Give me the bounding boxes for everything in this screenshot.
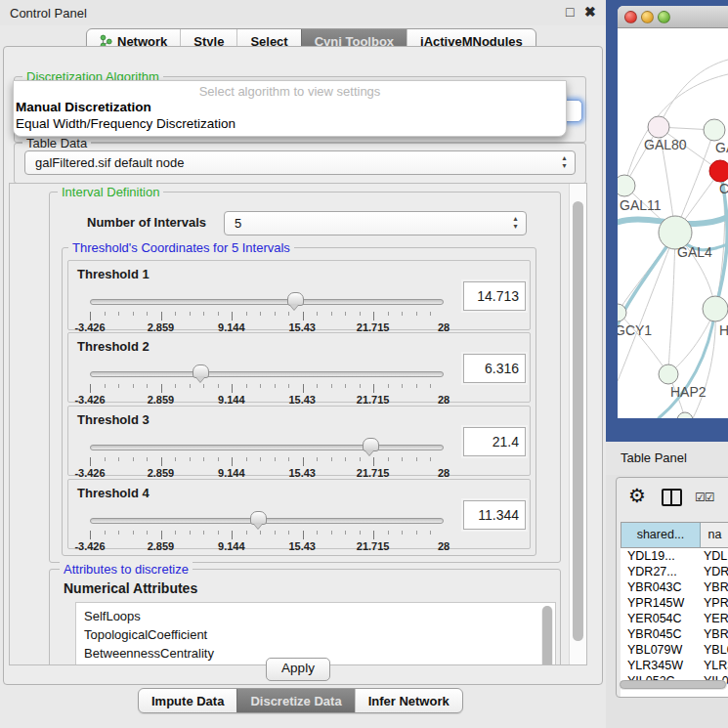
network-window-titlebar[interactable] [618, 6, 728, 28]
slider-thumb[interactable] [363, 438, 379, 451]
node-bottom-partial[interactable] [677, 412, 693, 418]
column-header-name[interactable]: na [701, 523, 728, 547]
table-row[interactable]: YDL19...YDL1 [621, 548, 728, 564]
cyni-toolbox-panel: Discretization Algorithm Select algorith… [3, 46, 603, 685]
list-scrollbar [541, 606, 553, 665]
threshold-1-value-field[interactable]: 14.713 [463, 281, 526, 311]
cell: YBR045C [621, 626, 699, 642]
bottom-tab-bar: Impute Data Discretize Data Infer Networ… [138, 688, 463, 713]
slider-track[interactable] [90, 371, 444, 377]
list-scrollbar-thumb[interactable] [542, 606, 552, 665]
zoom-traffic-light[interactable] [658, 11, 670, 23]
cell: YLR3 [699, 658, 728, 673]
slider-thumb[interactable] [287, 292, 304, 306]
table-row[interactable]: YPR145WYPR1 [621, 595, 728, 611]
table-data-group: Table Data galFiltered.sif default node … [14, 143, 586, 184]
node-right-h[interactable] [703, 296, 728, 321]
table-data-combobox[interactable]: galFiltered.sif default node ▴▾ [24, 150, 576, 175]
threshold-1-slider: -3.426 2.859 9.144 15.43 21.715 28 [90, 291, 444, 328]
node-label-gal80: GAL80 [644, 137, 687, 152]
table-data-value: galFiltered.sif default node [35, 155, 184, 170]
thresholds-group: Threshold's Coordinates for 5 Intervals … [62, 247, 536, 556]
apply-button[interactable]: Apply [266, 658, 330, 681]
node-gal11[interactable] [618, 175, 635, 196]
slider-thumb[interactable] [250, 511, 267, 525]
cell: YBR0 [699, 579, 728, 595]
table-row[interactable]: YBR043CYBR0 [621, 579, 728, 595]
table-panel-header: Table Panel [606, 442, 728, 475]
table-horizontal-scrollbar-thumb[interactable] [620, 680, 726, 689]
popup-option-manual-discretization[interactable]: Manual Discretization [16, 100, 151, 114]
column-header-shared-name[interactable]: shared... [621, 523, 701, 547]
slider-track[interactable] [90, 445, 444, 450]
threshold-2-value-field[interactable]: 6.316 [463, 354, 526, 383]
list-item[interactable]: SelfLoops [76, 603, 555, 625]
network-window-frame: GAL80 GA C GAL11 GAL4 GCY1 H HAP2 [606, 0, 728, 442]
table-row[interactable]: YBR045CYBR0 [621, 626, 728, 642]
minimize-traffic-light[interactable] [641, 11, 654, 23]
slider-thumb[interactable] [193, 364, 209, 378]
interval-definition-group: Interval Definition Number of Intervals … [49, 192, 561, 563]
cell: YDL1 [699, 548, 728, 564]
node-attribute-table: shared... na YDL19...YDL1 YDR27...YDR2 Y… [621, 522, 728, 697]
tick-label: 21.715 [357, 540, 390, 552]
node-gal80-neighbor-pink[interactable] [648, 116, 669, 138]
table-row[interactable]: YER054CYER0 [621, 611, 728, 626]
network-canvas[interactable]: GAL80 GA C GAL11 GAL4 GCY1 H HAP2 [618, 27, 728, 418]
slider-track[interactable] [90, 299, 444, 305]
node-hap2[interactable] [659, 364, 678, 384]
cell: YDR2 [699, 564, 728, 579]
gear-icon[interactable]: ⚙ [628, 484, 646, 507]
slider-ticks [90, 312, 444, 321]
tick-label: 28 [438, 394, 450, 406]
threshold-1-box: Threshold 1 -3.426 2.859 9.144 15.43 21.… [67, 260, 531, 330]
node-label-partial-right-h: H [719, 322, 728, 338]
cell: YBL0 [699, 642, 728, 658]
tick-label: 28 [438, 540, 450, 552]
tick-label: 2.859 [148, 394, 175, 406]
settings-scrollbar-thumb[interactable] [573, 201, 583, 641]
spinner-icon: ▴▾ [511, 215, 520, 231]
table-row[interactable]: YBL079WYBL0 [621, 642, 728, 658]
threshold-4-slider: -3.426 2.859 9.144 15.43 21.715 28 [90, 510, 444, 547]
tick-label: 2.859 [148, 467, 175, 479]
cell: YBR0 [699, 626, 728, 642]
popup-option-equal-width-frequency[interactable]: Equal Width/Frequency Discretization [16, 116, 236, 131]
algorithm-dropdown-popup: Select algorithm to view settings Manual… [13, 80, 567, 137]
threshold-3-value-field[interactable]: 21.4 [463, 427, 526, 456]
tick-label: 2.859 [148, 540, 175, 552]
slider-ticks [90, 457, 444, 466]
node-right-top[interactable] [704, 119, 725, 141]
checkbox-pair-icon[interactable]: ☑☑ [695, 491, 714, 504]
tick-label: -3.426 [74, 467, 105, 479]
node-red-selected[interactable] [709, 160, 728, 182]
threshold-3-label: Threshold 3 [77, 412, 150, 427]
node-label-partial-right-top: GA [715, 140, 728, 155]
table-row[interactable]: YLR345WYLR3 [621, 658, 728, 673]
threshold-3-slider: -3.426 2.859 9.144 15.43 21.715 28 [90, 437, 444, 474]
split-columns-icon[interactable] [662, 489, 682, 506]
node-label-partial-right-mid: C [719, 181, 728, 196]
node-label-gal4: GAL4 [677, 244, 712, 260]
numerical-attributes-label: Numerical Attributes [64, 580, 197, 596]
list-item[interactable]: TopologicalCoefficient [76, 625, 555, 644]
algorithm-combobox[interactable] [565, 100, 582, 122]
tab-discretize-data[interactable]: Discretize Data [236, 689, 354, 712]
interval-definition-title: Interval Definition [58, 185, 163, 199]
control-panel: Control Panel □ ✖ Network Style Select C… [0, 0, 606, 728]
threshold-4-value-field[interactable]: 11.344 [463, 500, 526, 530]
number-of-intervals-combobox[interactable]: 5 ▴▾ [224, 211, 527, 236]
float-window-icon[interactable]: □ [566, 4, 574, 20]
network-window: GAL80 GA C GAL11 GAL4 GCY1 H HAP2 [618, 6, 728, 418]
tick-label: 21.715 [357, 467, 390, 479]
cell: YER054C [621, 611, 699, 626]
tick-label: 15.43 [288, 394, 316, 406]
tab-infer-network[interactable]: Infer Network [355, 689, 462, 712]
numerical-attributes-list: SelfLoops TopologicalCoefficient Between… [75, 602, 556, 665]
cell: YBL079W [621, 642, 699, 658]
close-traffic-light[interactable] [624, 11, 637, 23]
close-icon[interactable]: ✖ [584, 4, 596, 20]
cell: YPR1 [699, 595, 728, 611]
tab-impute-data[interactable]: Impute Data [139, 689, 236, 712]
table-row[interactable]: YDR27...YDR2 [621, 564, 728, 579]
